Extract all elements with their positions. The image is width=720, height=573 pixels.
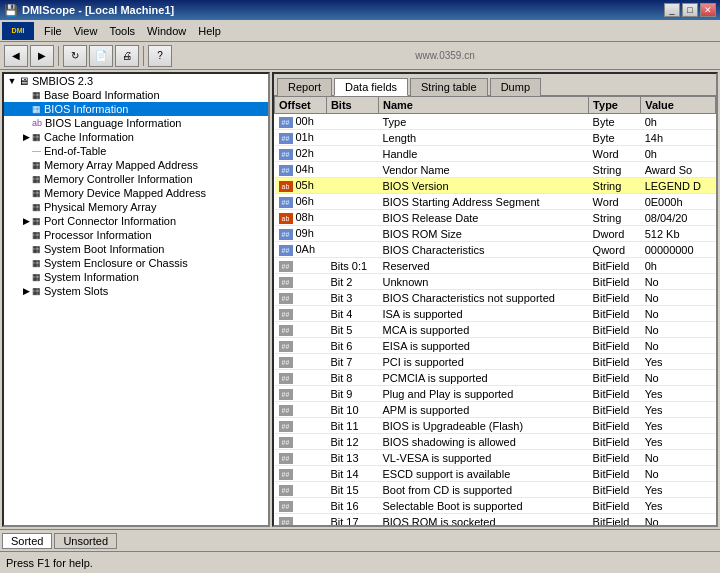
table-row[interactable]: ## Bit 13 VL-VESA is supported BitField … — [275, 450, 716, 466]
table-row[interactable]: ## Bit 8 PCMCIA is supported BitField No — [275, 370, 716, 386]
cell-type: BitField — [589, 418, 641, 434]
table-row[interactable]: ## Bit 16 Selectable Boot is supported B… — [275, 498, 716, 514]
minimize-button[interactable]: _ — [664, 3, 680, 17]
tree-root[interactable]: ▼ 🖥 SMBIOS 2.3 — [4, 74, 268, 88]
table-row[interactable]: ## Bits 0:1 Reserved BitField 0h — [275, 258, 716, 274]
table-row[interactable]: ## Bit 2 Unknown BitField No — [275, 274, 716, 290]
tree-item-mem-device[interactable]: ▦ Memory Device Mapped Address — [4, 186, 268, 200]
tab-stringtable[interactable]: String table — [410, 78, 488, 96]
table-row[interactable]: ## Bit 17 BIOS ROM is socketed BitField … — [275, 514, 716, 526]
cell-bits — [326, 178, 378, 194]
cell-type: BitField — [589, 498, 641, 514]
col-offset: Offset — [275, 97, 327, 114]
tree-item-baseboard[interactable]: ▦ Base Board Information — [4, 88, 268, 102]
menu-tools[interactable]: Tools — [103, 23, 141, 39]
table-row[interactable]: ## Bit 3 BIOS Characteristics not suppor… — [275, 290, 716, 306]
menu-file[interactable]: File — [38, 23, 68, 39]
table-row[interactable]: ## Bit 11 BIOS is Upgradeable (Flash) Bi… — [275, 418, 716, 434]
cell-offset: ## — [275, 434, 327, 450]
row-icon: ## — [279, 245, 293, 256]
table-row[interactable]: ## Bit 6 EISA is supported BitField No — [275, 338, 716, 354]
forward-button[interactable]: ▶ — [30, 45, 54, 67]
cell-type: BitField — [589, 386, 641, 402]
table-row[interactable]: ## Bit 4 ISA is supported BitField No — [275, 306, 716, 322]
table-row[interactable]: ab05h BIOS Version String LEGEND D — [275, 178, 716, 194]
root-expand-icon[interactable]: ▼ — [6, 76, 18, 86]
bios-icon: ▦ — [32, 104, 41, 114]
tree-item-port[interactable]: ▶ ▦ Port Connector Information — [4, 214, 268, 228]
row-icon: ## — [279, 453, 293, 464]
row-icon: ## — [279, 373, 293, 384]
table-row[interactable]: ##06h BIOS Starting Address Segment Word… — [275, 194, 716, 210]
cell-value: No — [641, 274, 716, 290]
cell-name: Selectable Boot is supported — [378, 498, 588, 514]
cell-bits: Bit 16 — [326, 498, 378, 514]
cell-bits — [326, 242, 378, 258]
cell-bits: Bit 2 — [326, 274, 378, 290]
table-row[interactable]: ##04h Vendor Name String Award So — [275, 162, 716, 178]
tree-item-cpu[interactable]: ▦ Processor Information — [4, 228, 268, 242]
help-button[interactable]: ? — [148, 45, 172, 67]
tree-item-cache[interactable]: ▶ ▦ Cache Information — [4, 130, 268, 144]
cell-value: 14h — [641, 130, 716, 146]
cell-offset: ## — [275, 354, 327, 370]
tree-item-slots[interactable]: ▶ ▦ System Slots — [4, 284, 268, 298]
table-row[interactable]: ## Bit 7 PCI is supported BitField Yes — [275, 354, 716, 370]
cell-type: BitField — [589, 274, 641, 290]
row-icon: ## — [279, 469, 293, 480]
cell-name: PCI is supported — [378, 354, 588, 370]
close-button[interactable]: ✕ — [700, 3, 716, 17]
tree-item-phys-mem[interactable]: ▦ Physical Memory Array — [4, 200, 268, 214]
table-row[interactable]: ##00h Type Byte 0h — [275, 114, 716, 130]
print-button[interactable]: 🖨 — [115, 45, 139, 67]
cell-type: BitField — [589, 466, 641, 482]
menu-help[interactable]: Help — [192, 23, 227, 39]
tree-item-mem-ctrl[interactable]: ▦ Memory Controller Information — [4, 172, 268, 186]
row-icon: ## — [279, 405, 293, 416]
table-row[interactable]: ## Bit 12 BIOS shadowing is allowed BitF… — [275, 434, 716, 450]
table-row[interactable]: ab08h BIOS Release Date String 08/04/20 — [275, 210, 716, 226]
cell-value: LEGEND D — [641, 178, 716, 194]
table-row[interactable]: ## Bit 9 Plug and Play is supported BitF… — [275, 386, 716, 402]
table-row[interactable]: ##09h BIOS ROM Size Dword 512 Kb — [275, 226, 716, 242]
tree-item-eot[interactable]: — End-of-Table — [4, 144, 268, 158]
bottom-tab-sorted[interactable]: Sorted — [2, 533, 52, 549]
tree-label-mem-device: Memory Device Mapped Address — [44, 187, 206, 199]
cell-value: 0h — [641, 114, 716, 130]
tree-item-mem-array[interactable]: ▦ Memory Array Mapped Address — [4, 158, 268, 172]
maximize-button[interactable]: □ — [682, 3, 698, 17]
table-row[interactable]: ## Bit 14 ESCD support is available BitF… — [275, 466, 716, 482]
data-table-container[interactable]: Offset Bits Name Type Value ##00h Type B… — [274, 96, 716, 525]
table-row[interactable]: ##01h Length Byte 14h — [275, 130, 716, 146]
menu-window[interactable]: Window — [141, 23, 192, 39]
table-row[interactable]: ## Bit 5 MCA is supported BitField No — [275, 322, 716, 338]
tree-item-bios-lang[interactable]: ab BIOS Language Information — [4, 116, 268, 130]
back-button[interactable]: ◀ — [4, 45, 28, 67]
table-row[interactable]: ## Bit 15 Boot from CD is supported BitF… — [275, 482, 716, 498]
tab-dump[interactable]: Dump — [490, 78, 541, 96]
cell-value: Award So — [641, 162, 716, 178]
open-button[interactable]: 📄 — [89, 45, 113, 67]
refresh-button[interactable]: ↻ — [63, 45, 87, 67]
tab-report[interactable]: Report — [277, 78, 332, 96]
cell-bits: Bit 3 — [326, 290, 378, 306]
cell-offset: ## — [275, 386, 327, 402]
tab-datafields[interactable]: Data fields — [334, 78, 408, 96]
bottom-tab-unsorted[interactable]: Unsorted — [54, 533, 117, 549]
row-icon: ## — [279, 197, 293, 208]
cell-type: BitField — [589, 306, 641, 322]
tree-item-chassis[interactable]: ▦ System Enclosure or Chassis — [4, 256, 268, 270]
cell-name: BIOS is Upgradeable (Flash) — [378, 418, 588, 434]
table-row[interactable]: ##02h Handle Word 0h — [275, 146, 716, 162]
bottom-tab-bar: Sorted Unsorted — [0, 529, 720, 551]
cell-type: Byte — [589, 114, 641, 130]
tree-item-boot[interactable]: ▦ System Boot Information — [4, 242, 268, 256]
tree-item-bios[interactable]: ▦ BIOS Information — [4, 102, 268, 116]
tree-panel[interactable]: ▼ 🖥 SMBIOS 2.3 ▦ Base Board Information … — [2, 72, 270, 527]
table-row[interactable]: ##0Ah BIOS Characteristics Qword 0000000… — [275, 242, 716, 258]
table-row[interactable]: ## Bit 10 APM is supported BitField Yes — [275, 402, 716, 418]
tree-item-sysinfo[interactable]: ▦ System Information — [4, 270, 268, 284]
menu-view[interactable]: View — [68, 23, 104, 39]
title-bar-controls[interactable]: _ □ ✕ — [664, 3, 716, 17]
tab-bar: Report Data fields String table Dump — [274, 74, 716, 96]
